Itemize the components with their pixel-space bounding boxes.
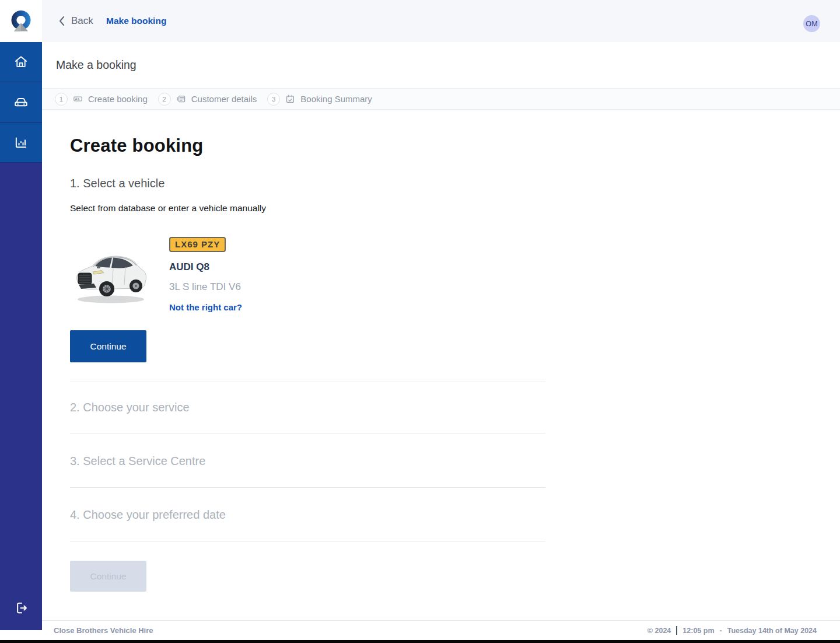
vehicle-trim: 3L S line TDI V6 (169, 281, 242, 293)
content-title: Create booking (70, 135, 203, 156)
footer-brand: Close Brothers Vehicle Hire (54, 626, 153, 635)
chart-icon (13, 134, 29, 151)
page-title: Make a booking (56, 58, 136, 72)
footer-copyright: © 2024 (648, 627, 671, 635)
logo[interactable] (0, 0, 42, 42)
footer: Close Brothers Vehicle Hire © 2024 12:05… (42, 620, 840, 640)
id-card-icon (176, 94, 186, 104)
step-number-badge: 2 (158, 93, 171, 106)
screen-bottom-edge (0, 640, 840, 643)
vehicle-details: LX69 PZY AUDI Q8 3L S line TDI V6 Not th… (169, 237, 242, 312)
back-label: Back (71, 15, 93, 27)
sidebar (0, 42, 42, 630)
chevron-left-icon (58, 16, 65, 26)
logout-button[interactable] (0, 596, 42, 620)
page-header: Make a booking (42, 42, 840, 88)
section-1-heading: 1. Select a vehicle (70, 177, 164, 190)
home-icon (13, 54, 29, 69)
number-plate-icon (73, 94, 83, 104)
section-divider (70, 487, 545, 488)
not-right-car-link[interactable]: Not the right car? (169, 302, 242, 312)
sidebar-item-home[interactable] (0, 42, 42, 82)
continue-button[interactable]: Continue (70, 330, 146, 362)
logout-icon (13, 600, 29, 616)
step-label: Create booking (88, 94, 148, 104)
section-divider (70, 382, 545, 382)
step-number-badge: 1 (55, 93, 68, 106)
brand-logo-icon (8, 8, 34, 34)
car-illustration-icon (72, 250, 152, 306)
license-plate: LX69 PZY (169, 237, 226, 252)
stepper-step-booking-summary[interactable]: 3 Booking Summary (267, 93, 372, 106)
footer-date: Tuesday 14th of May 2024 (727, 627, 817, 635)
stepper: 1 Create booking 2 Customer details 3 (42, 88, 840, 110)
footer-time: 12:05 pm (682, 627, 714, 635)
footer-separator-bar (676, 626, 677, 635)
step-label: Booking Summary (300, 94, 372, 104)
topbar: Back Make booking OM (0, 0, 840, 42)
section-divider (70, 541, 545, 541)
continue-button-disabled: Continue (70, 561, 146, 592)
step-number-badge: 3 (267, 93, 280, 106)
section-divider (70, 434, 545, 434)
section-2-heading: 2. Choose your service (70, 401, 190, 414)
sidebar-item-reports[interactable] (0, 123, 42, 163)
car-icon (13, 94, 29, 110)
sidebar-item-vehicles[interactable] (0, 82, 42, 123)
stepper-step-create-booking[interactable]: 1 Create booking (55, 93, 148, 106)
section-4-heading: 4. Choose your preferred date (70, 508, 226, 522)
vehicle-image (72, 250, 152, 308)
app-screen: Back Make booking OM (0, 0, 840, 643)
section-1-subtext: Select from database or enter a vehicle … (70, 203, 266, 214)
section-3-heading: 3. Select a Service Centre (70, 455, 205, 468)
step-label: Customer details (191, 94, 257, 104)
vehicle-name: AUDI Q8 (169, 261, 242, 273)
user-avatar[interactable]: OM (803, 15, 820, 32)
footer-dash: - (720, 627, 722, 635)
footer-datetime: © 2024 12:05 pm - Tuesday 14th of May 20… (648, 626, 817, 635)
calendar-check-icon (285, 94, 295, 104)
back-button[interactable]: Back (58, 0, 93, 42)
stepper-step-customer-details[interactable]: 2 Customer details (158, 93, 257, 106)
topbar-title[interactable]: Make booking (106, 0, 166, 42)
